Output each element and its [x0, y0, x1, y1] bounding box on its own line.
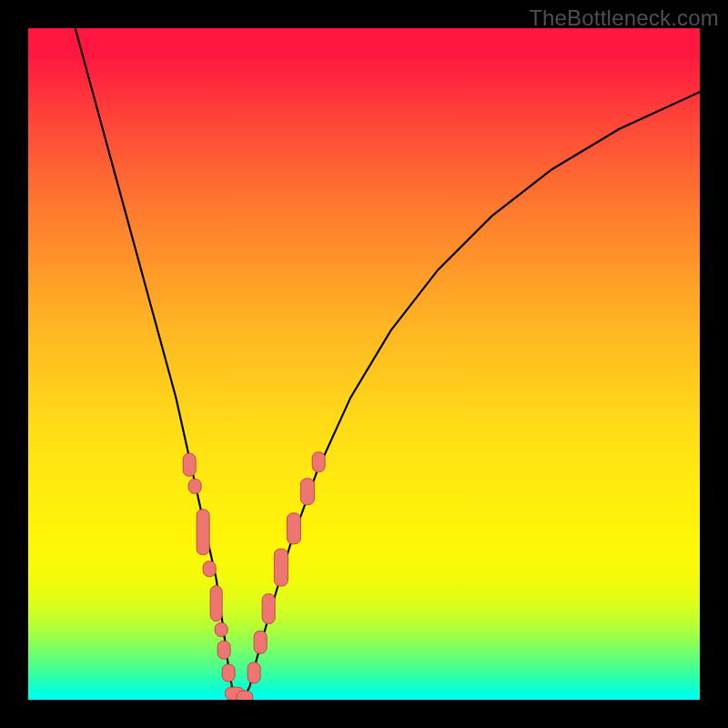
plot-area [28, 28, 700, 700]
data-marker [287, 512, 301, 544]
data-marker [300, 478, 315, 505]
data-marker [183, 452, 197, 477]
marker-layer [28, 28, 700, 700]
data-marker [222, 664, 236, 682]
data-marker [262, 593, 276, 624]
data-marker [217, 641, 231, 660]
data-marker [197, 509, 210, 556]
data-marker [311, 451, 325, 473]
data-marker [248, 662, 261, 684]
data-marker [209, 585, 223, 622]
data-marker [188, 479, 202, 493]
data-marker [214, 622, 228, 636]
data-marker [236, 691, 253, 700]
data-marker [254, 630, 268, 654]
watermark-text: TheBottleneck.com [529, 5, 719, 31]
data-marker [203, 561, 217, 577]
chart-frame: TheBottleneck.com [0, 0, 728, 728]
data-marker [274, 548, 288, 587]
